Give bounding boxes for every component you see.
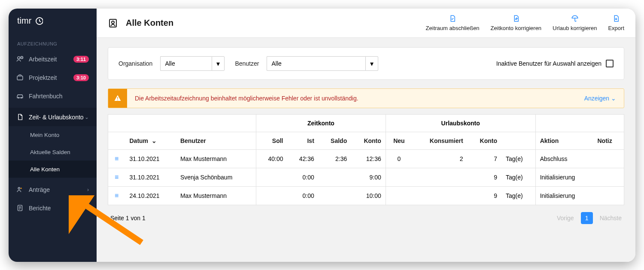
cell-unit: Tag(e) <box>501 150 535 168</box>
organisation-label: Organisation <box>118 60 152 67</box>
cell-aktion: Initialisierung <box>535 187 593 205</box>
sidebar-sub-alle-konten[interactable]: Alle Konten <box>9 161 97 178</box>
car-icon <box>16 92 24 100</box>
prev-page-button[interactable]: Vorige <box>557 215 574 221</box>
cell-konto: 12:36 <box>351 150 386 168</box>
cell-benutzer: Max Mustermann <box>176 187 256 205</box>
cell-notiz <box>593 187 624 205</box>
cell-benutzer: Max Mustermann <box>176 150 256 168</box>
group-zeitkonto: Zeitkonto <box>256 115 386 132</box>
col-konsumiert[interactable]: Konsumiert <box>412 132 468 150</box>
chevron-down-icon: ▾ <box>216 60 220 68</box>
chevron-right-icon: › <box>87 205 89 211</box>
row-menu-icon[interactable]: ≡ <box>115 155 118 162</box>
briefcase-icon <box>16 74 24 81</box>
sidebar-sub-aktuelle-salden[interactable]: Aktuelle Salden <box>9 143 97 161</box>
file-edit-icon <box>512 15 520 22</box>
sidebar-item-label: Fahrtenbuch <box>29 93 63 100</box>
cell-konsumiert <box>412 187 468 205</box>
col-aktion[interactable]: Aktion <box>535 132 593 150</box>
col-saldo[interactable]: Saldo <box>319 132 351 150</box>
chevron-down-icon: ▾ <box>370 60 374 68</box>
cell-benutzer: Svenja Schönbaum <box>176 168 256 187</box>
cell-soll: 40:00 <box>256 150 287 168</box>
sidebar-item-fahrtenbuch[interactable]: Fahrtenbuch <box>9 87 97 105</box>
main: Alle Konten Zeitraum abschließen Zeitkon… <box>97 9 635 262</box>
cell-konto: 9:00 <box>351 168 386 187</box>
sidebar-item-label: Arbeitszeit <box>29 56 57 63</box>
action-zeitraum-abschliessen[interactable]: Zeitraum abschließen <box>426 15 480 31</box>
action-label: Zeitkonto korrigieren <box>491 25 542 31</box>
cell-unit: Tag(e) <box>501 168 535 187</box>
col-neu[interactable]: Neu <box>386 132 412 150</box>
sidebar-item-label: Projektzeit <box>29 74 57 81</box>
warning-show-link[interactable]: Anzeigen ⌄ <box>584 95 616 102</box>
row-menu-icon[interactable]: ≡ <box>115 192 118 199</box>
sidebar-sub-mein-konto[interactable]: Mein Konto <box>9 126 97 143</box>
file-check-icon <box>449 15 456 22</box>
col-datum[interactable]: Datum ⌄ <box>125 132 176 150</box>
col-soll[interactable]: Soll <box>256 132 287 150</box>
document-icon <box>16 113 24 121</box>
cell-konto: 10:00 <box>351 187 386 205</box>
action-label: Urlaub korrigieren <box>553 25 597 31</box>
action-urlaub-korrigieren[interactable]: Urlaub korrigieren <box>553 15 597 31</box>
chevron-right-icon: › <box>87 187 89 193</box>
col-ukonto[interactable]: Konto <box>468 132 501 150</box>
warning-banner: Die Arbeitszeitaufzeichnung beinhaltet m… <box>108 88 624 108</box>
cell-unit: Tag(e) <box>501 187 535 205</box>
col-notiz[interactable]: Notiz <box>593 132 624 150</box>
action-label: Zeitraum abschließen <box>426 25 480 31</box>
sidebar-item-label: Zeit- & Urlaubskonto <box>29 114 84 121</box>
page-number-current[interactable]: 1 <box>581 212 593 224</box>
cell-saldo: 2:36 <box>319 150 351 168</box>
logo: timr <box>9 9 97 33</box>
sidebar-item-zeit-urlaubskonto[interactable]: Zeit- & Urlaubskonto ⌄ <box>9 108 97 126</box>
cell-ukonto: 9 <box>468 187 501 205</box>
sidebar-item-berichte[interactable]: Berichte › <box>9 199 97 217</box>
cell-ukonto: 7 <box>468 150 501 168</box>
page-status: Seite 1 von 1 <box>110 215 146 221</box>
action-zeitkonto-korrigieren[interactable]: Zeitkonto korrigieren <box>491 15 542 31</box>
export-icon <box>612 15 620 22</box>
cell-ist: 0:00 <box>287 187 318 205</box>
filter-panel: Organisation ▾ Benutzer ▾ Inaktive Benut… <box>108 47 624 80</box>
svg-rect-4 <box>17 76 23 80</box>
cell-ukonto: 9 <box>468 168 501 187</box>
benutzer-dropdown-toggle[interactable]: ▾ <box>365 56 378 71</box>
cell-notiz <box>593 150 624 168</box>
svg-point-8 <box>21 188 22 189</box>
cell-ist: 0:00 <box>287 168 318 187</box>
col-ist[interactable]: Ist <box>287 132 318 150</box>
cell-konsumiert: 2 <box>412 150 468 168</box>
svg-point-11 <box>112 21 114 24</box>
cell-datum: 31.10.2021 <box>125 168 176 187</box>
inactive-users-label: Inaktive Benutzer für Auswahl anzeigen <box>496 60 601 67</box>
sidebar-item-projektzeit[interactable]: Projektzeit 3:10 <box>9 68 97 87</box>
sidebar-item-antraege[interactable]: Anträge › <box>9 180 97 199</box>
action-export[interactable]: Export <box>608 15 624 31</box>
col-konto[interactable]: Konto <box>351 132 386 150</box>
organisation-dropdown-toggle[interactable]: ▾ <box>212 56 225 71</box>
inactive-users-checkbox[interactable] <box>606 60 614 67</box>
cell-saldo <box>319 168 351 187</box>
svg-point-7 <box>18 188 20 189</box>
sidebar-item-label: Anträge <box>29 186 50 193</box>
sidebar-item-label: Berichte <box>29 205 51 212</box>
cell-ist: 42:36 <box>287 150 318 168</box>
group-urlaubskonto: Urlaubskonto <box>386 115 535 132</box>
users-icon <box>16 186 24 193</box>
sidebar-item-arbeitszeit[interactable]: Arbeitszeit 3:11 <box>9 50 97 68</box>
accounts-table: Zeitkonto Urlaubskonto Datum ⌄ Benutzer … <box>108 114 624 205</box>
time-badge: 3:11 <box>73 56 89 63</box>
col-benutzer[interactable]: Benutzer <box>176 132 256 150</box>
sidebar: timr AUFZEICHNUNG Arbeitszeit 3:11 Proje… <box>9 9 97 262</box>
next-page-button[interactable]: Nächste <box>600 215 622 221</box>
benutzer-label: Benutzer <box>235 60 259 67</box>
row-menu-icon[interactable]: ≡ <box>115 173 118 181</box>
organisation-select[interactable] <box>160 56 212 71</box>
warning-text: Die Arbeitszeitaufzeichnung beinhaltet m… <box>135 95 358 102</box>
time-badge: 3:10 <box>73 74 89 81</box>
benutzer-select[interactable] <box>267 56 365 71</box>
section-label: AUFZEICHNUNG <box>9 33 97 50</box>
